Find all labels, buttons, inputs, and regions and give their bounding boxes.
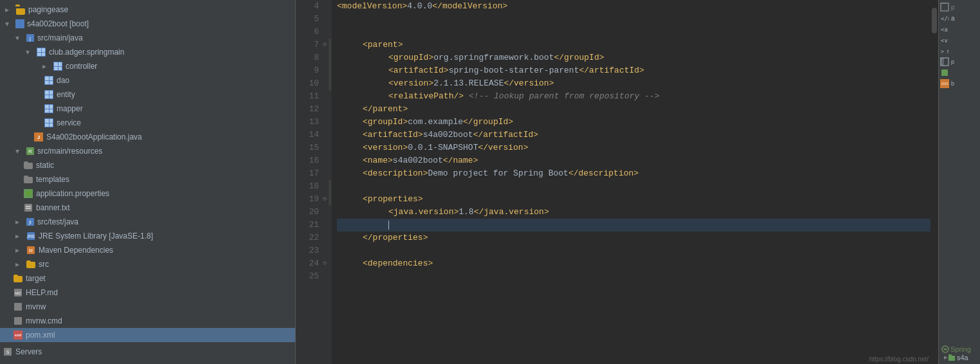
editor-area: 4 5 6 7 8 9 10 11 12 13 14 15 16 17 18 1…: [296, 0, 938, 364]
tree-item-mapper[interactable]: mapper: [0, 102, 295, 116]
tree-label-pom: pom.xml: [26, 331, 55, 340]
code-line-25: [337, 270, 930, 283]
right-panel-item-attr[interactable]: <a: [940, 24, 979, 33]
tree-item-pom-xml[interactable]: xml pom.xml: [0, 328, 295, 342]
tree-item-maven-deps[interactable]: M Maven Dependencies: [0, 243, 295, 257]
panel-label: p: [951, 59, 954, 65]
attr-icon: <a: [940, 24, 949, 33]
test-source-icon: jt: [26, 217, 35, 226]
line-num-6: 6: [296, 26, 323, 39]
svg-rect-27: [941, 69, 948, 76]
line-num-16: 16: [296, 154, 323, 167]
tree-label: service: [57, 118, 81, 127]
code-line-6: [337, 26, 930, 39]
val-icon: <v: [940, 35, 949, 44]
tree-item-mvnw[interactable]: mvnw: [0, 300, 295, 314]
code-line-4: <modelVersion>4.0.0</modelVersion>: [337, 0, 930, 13]
arrow-right-icon: [3, 5, 13, 15]
tree-label: application.properties: [36, 189, 109, 198]
line-num-19: 19: [296, 193, 323, 206]
spring-icon: [941, 345, 949, 353]
tree-item-application-java[interactable]: J S4a002bootApplication.java: [0, 130, 295, 144]
package-icon: [44, 89, 54, 100]
tree-item-templates[interactable]: templates: [0, 172, 295, 187]
code-line-18: [337, 180, 930, 193]
line-num-4: 4: [296, 0, 323, 13]
tree-label: entity: [57, 90, 75, 99]
tree-item-static[interactable]: static: [0, 158, 295, 172]
tree-item-service[interactable]: service: [0, 116, 295, 130]
file-icon-mvnw-cmd: [13, 316, 23, 326]
tree-label: src: [39, 260, 49, 269]
tree-item-banner-txt[interactable]: banner.txt: [0, 201, 295, 215]
file-tree[interactable]: pagingease s4a002boot [boot] j src/main/…: [0, 0, 296, 364]
line-num-11: 11: [296, 90, 323, 103]
arrow-right-icon: [13, 259, 23, 269]
right-panel-item-box[interactable]: [940, 68, 979, 77]
tree-item-src-main-resources[interactable]: R src/main/resources: [0, 144, 295, 158]
editor-scrollbar[interactable]: [930, 0, 938, 364]
source-root-icon: j: [26, 33, 35, 42]
svg-text:> n: > n: [941, 49, 949, 55]
right-panel-item-code[interactable]: </> a: [940, 14, 979, 23]
tree-label: JRE System Library [JavaSE-1.8]: [39, 232, 153, 241]
line-num-8: 8: [296, 51, 323, 64]
tree-item-src[interactable]: src: [0, 257, 295, 271]
svg-text:R: R: [28, 149, 32, 154]
code-line-10: <version>2.1.13.RELEASE</version>: [337, 77, 930, 90]
spring-project-name: s4a: [957, 354, 968, 361]
tree-item-mvnw-cmd[interactable]: mvnw.cmd: [0, 314, 295, 328]
line-num-10: 10: [296, 77, 323, 90]
tree-label: S4a002bootApplication.java: [46, 132, 142, 141]
folder-icon-target: [13, 273, 23, 284]
tree-item-src-test-java[interactable]: jt src/test/java: [0, 215, 295, 229]
code-line-14: <artifactId>s4a002boot</artifactId>: [337, 129, 930, 141]
resources-icon: R: [26, 147, 35, 156]
code-line-15: <version>0.0.1-SNAPSHOT</version>: [337, 141, 930, 154]
tree-item-entity[interactable]: entity: [0, 87, 295, 102]
page-icon: [940, 3, 949, 12]
tree-label: dao: [57, 76, 69, 85]
package-icon: [53, 61, 63, 71]
tree-label: banner.txt: [36, 203, 70, 212]
tree-item-dao[interactable]: dao: [0, 73, 295, 87]
fold-highlight2: [329, 180, 331, 206]
code-line-20: <java.version>1.8</java.version>: [337, 206, 930, 219]
svg-text:JRE: JRE: [26, 234, 35, 239]
tree-item-s4a002boot[interactable]: s4a002boot [boot]: [0, 17, 295, 31]
tree-label: target: [26, 274, 46, 283]
scrollbar-thumb[interactable]: [932, 8, 937, 33]
svg-rect-26: [941, 58, 944, 66]
tree-item-jre-library[interactable]: JRE JRE System Library [JavaSE-1.8]: [0, 229, 295, 243]
right-panel-item-nav[interactable]: > n: [940, 46, 979, 55]
svg-rect-4: [24, 204, 32, 212]
maven-icon: M: [26, 245, 36, 255]
spring-label: Spring: [950, 345, 971, 353]
spring-item-s4a[interactable]: ▸ s4a: [941, 353, 977, 361]
tree-item-pagingease[interactable]: pagingease: [0, 3, 295, 17]
line-num-14: 14: [296, 129, 323, 141]
tree-item-application-properties[interactable]: 🌿 application.properties: [0, 187, 295, 201]
right-panel-item-val[interactable]: <v: [940, 35, 979, 44]
right-panel-item-page[interactable]: p: [940, 3, 979, 12]
svg-rect-19: [941, 3, 948, 11]
tree-item-club-adger[interactable]: club.adger.springmain: [0, 45, 295, 59]
right-panel-item-bits[interactable]: 1010 b: [940, 79, 979, 88]
code-line-5: [337, 13, 930, 26]
tree-label: HELP.md: [26, 288, 58, 297]
tree-label: static: [36, 161, 54, 170]
right-panel-item-panel[interactable]: p: [940, 57, 979, 66]
tree-item-controller[interactable]: controller: [0, 59, 295, 73]
tree-item-target[interactable]: target: [0, 271, 295, 286]
tree-item-servers[interactable]: S Servers: [0, 345, 295, 359]
line-num-23: 23: [296, 244, 323, 257]
fold-gutter: [328, 0, 332, 364]
tree-item-src-main-java[interactable]: j src/main/java: [0, 31, 295, 45]
code-content[interactable]: <modelVersion>4.0.0</modelVersion> <pare…: [332, 0, 930, 364]
tree-item-help-md[interactable]: MD HELP.md: [0, 286, 295, 300]
file-icon-mvnw: [13, 302, 23, 312]
line-num-25: 25: [296, 270, 323, 283]
fold-highlight: [329, 39, 331, 90]
code-line-21[interactable]: [337, 219, 930, 232]
folder-gray-icon: [23, 160, 33, 170]
